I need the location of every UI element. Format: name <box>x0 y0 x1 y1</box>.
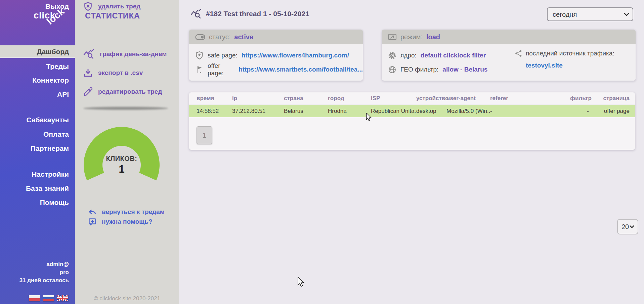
table-header-row: время ip страна город ISP устройство use… <box>189 92 635 105</box>
mode-label: режим: <box>400 33 423 41</box>
account-days-left: 31 дней осталось <box>19 276 69 285</box>
main-content: #182 Test thread 1 - 05-10-2021 сегодня … <box>179 0 644 304</box>
mode-panel: режим: load ядро: default clicklock filt… <box>382 30 636 81</box>
action-edit-thread[interactable]: редактировать тред <box>83 85 162 98</box>
cell-time: 14:58:52 <box>197 108 232 115</box>
cell-user-agent: Mozilla/5.0 (Win... <box>446 108 490 115</box>
account-plan: pro <box>19 268 69 276</box>
divider <box>83 107 168 110</box>
col-country: страна <box>284 95 328 102</box>
shield-x-icon <box>83 2 93 11</box>
cell-device: desktop <box>416 108 446 115</box>
geo-filter-value: allow - Belarus <box>442 66 487 73</box>
sidebar-item-partners[interactable]: Партнерам <box>0 142 75 155</box>
sidebar-item-threads[interactable]: Треды <box>0 60 75 73</box>
window-arrow-icon <box>388 33 397 41</box>
action-label: график день-за-днем <box>100 50 167 58</box>
action-label: редактировать тред <box>98 88 162 95</box>
col-page: страница <box>589 95 630 102</box>
safe-page-link[interactable]: https://www.flowers4hamburg.com/ <box>242 52 349 59</box>
status-label: статус: <box>209 33 230 41</box>
uk-flag-icon[interactable] <box>57 295 68 301</box>
geo-filter-label: ГЕО фильтр: <box>400 66 438 73</box>
gauge-value: 1 <box>83 163 160 175</box>
col-referer: referer <box>490 95 570 102</box>
mouse-cursor <box>366 113 372 121</box>
col-ip: ip <box>232 95 284 102</box>
sidebar-item-settings[interactable]: Настройки <box>0 168 75 181</box>
sidebar-item-knowledge-base[interactable]: База знаний <box>0 182 75 195</box>
sidebar-item-logout[interactable]: Выход <box>0 0 75 13</box>
safe-page-label: safe page: <box>208 52 238 59</box>
period-select-wrap: сегодня <box>547 7 633 21</box>
col-time: время <box>197 95 232 102</box>
russia-flag-icon[interactable] <box>43 295 54 301</box>
clicklock-app: click lock Дашборд Треды Коннектор API С… <box>0 0 644 304</box>
gear-icon <box>388 51 396 60</box>
shield-star-icon <box>195 51 204 60</box>
status-value: active <box>234 33 253 41</box>
share-icon <box>515 49 522 57</box>
offer-page-label: offer page: <box>208 62 234 77</box>
col-user-agent: user-agent <box>446 95 490 102</box>
col-device: устройство <box>416 95 446 102</box>
col-filter: фильтр <box>570 95 589 102</box>
poland-flag-icon[interactable] <box>29 295 40 301</box>
action-label: экспорт в .csv <box>98 69 143 77</box>
sidebar-item-subaccounts[interactable]: Сабакаунты <box>0 114 75 126</box>
action-delete-thread[interactable]: удалить тред <box>83 0 140 13</box>
page-size-select-wrap: 20 <box>617 219 638 234</box>
action-day-by-day-chart[interactable]: график день-за-днем <box>83 48 167 60</box>
status-panel: статус: active safe page: https://www.fl… <box>189 30 363 81</box>
table-row[interactable]: 14:58:52 37.212.80.51 Belarus Hrodna Rep… <box>189 105 635 117</box>
link-label: нужна помощь? <box>102 218 153 225</box>
sidebar-item-api[interactable]: API <box>0 88 75 101</box>
status-panel-header: статус: active <box>189 30 363 44</box>
copyright-footer: © clicklock.site 2020-2021 <box>75 295 179 302</box>
action-label: удалить тред <box>98 3 140 10</box>
pagination-page-1-button[interactable]: 1 <box>197 126 212 144</box>
need-help-link[interactable]: нужна помощь? <box>88 217 153 226</box>
back-to-threads-link[interactable]: вернуться к тредам <box>88 207 165 217</box>
col-city: город <box>328 95 371 102</box>
cell-page: offer page <box>589 108 630 115</box>
period-select[interactable]: сегодня <box>547 7 633 21</box>
traffic-source-link[interactable]: testovyi.site <box>526 62 614 69</box>
cell-city: Hrodna <box>328 108 371 115</box>
globe-icon <box>388 66 396 74</box>
clicks-gauge: КЛИКОВ: 1 <box>83 126 160 181</box>
cell-filter: - <box>570 108 589 115</box>
comment-plus-icon <box>88 218 96 225</box>
mouse-cursor <box>297 277 304 287</box>
link-label: вернуться к тредам <box>102 208 165 216</box>
flag-icon <box>195 65 204 74</box>
safe-page-row: safe page: https://www.flowers4hamburg.c… <box>189 48 363 62</box>
core-value: default clicklock filter <box>421 52 486 59</box>
last-traffic-source: последний источник трафика: testovyi.sit… <box>515 48 614 69</box>
toggle-icon <box>195 34 205 40</box>
statistics-panel: СТАТИСТИКА график день-за-днем экспорт в… <box>75 0 179 304</box>
chart-search-icon <box>83 49 94 59</box>
pencil-icon <box>83 87 93 96</box>
action-export-csv[interactable]: экспорт в .csv <box>83 67 143 79</box>
traffic-source-label: последний источник трафика: <box>526 50 614 57</box>
account-login: admin@ <box>19 260 69 268</box>
col-isp: ISP <box>371 95 416 102</box>
mode-value: load <box>426 33 440 41</box>
offer-page-row: offer page: https://www.smartbets.com/fo… <box>189 62 363 77</box>
mode-panel-header: режим: load <box>382 30 636 44</box>
download-icon <box>83 68 93 78</box>
gauge-label: КЛИКОВ: <box>83 155 160 163</box>
undo-icon <box>88 209 96 215</box>
page-size-select[interactable]: 20 <box>617 219 638 234</box>
sidebar-item-payment[interactable]: Оплата <box>0 128 75 141</box>
core-label: ядро: <box>400 52 417 59</box>
page-title: #182 Test thread 1 - 05-10-2021 <box>206 10 309 18</box>
sidebar-item-dashboard[interactable]: Дашборд <box>0 45 75 58</box>
sidebar-item-help[interactable]: Помощь <box>0 196 75 209</box>
cell-referer: - <box>490 108 570 115</box>
status-panel-body: safe page: https://www.flowers4hamburg.c… <box>189 44 363 77</box>
cell-country: Belarus <box>284 108 328 115</box>
offer-page-link[interactable]: https://www.smartbets.com/football/tea..… <box>239 66 363 73</box>
sidebar-item-connector[interactable]: Коннектор <box>0 74 75 87</box>
